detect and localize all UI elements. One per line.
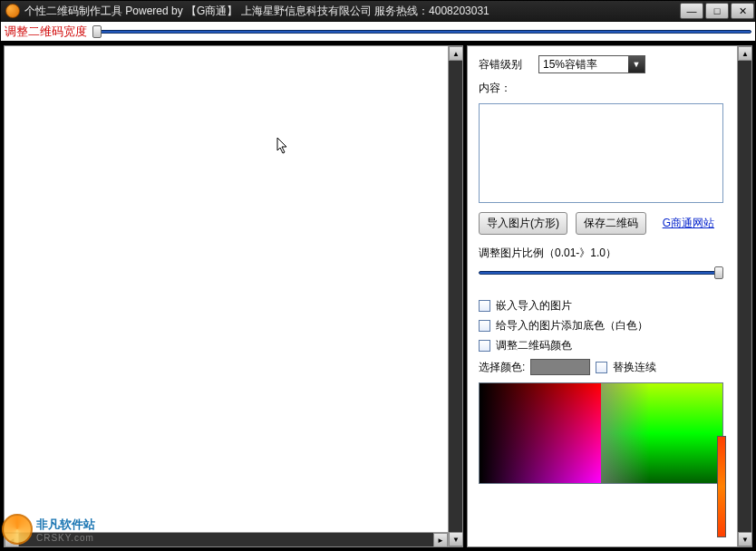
- save-qr-button[interactable]: 保存二维码: [576, 212, 646, 235]
- add-bg-checkbox[interactable]: [479, 320, 490, 332]
- replace-continuous-checkbox[interactable]: [596, 362, 607, 373]
- scroll-down-icon[interactable]: ▼: [449, 532, 463, 546]
- scroll-up-icon[interactable]: ▲: [738, 46, 752, 61]
- error-level-select[interactable]: 15%容错率 ▼: [538, 55, 645, 73]
- color-gradient-right[interactable]: [601, 383, 722, 483]
- app-icon: [5, 4, 20, 18]
- error-level-row: 容错级别 15%容错率 ▼: [479, 55, 728, 73]
- gshangtong-link[interactable]: G商通网站: [663, 217, 714, 229]
- add-bg-label: 给导入的图片添加底色（白色）: [496, 318, 648, 334]
- content-label-row: 内容：: [479, 81, 728, 96]
- watermark-text-cn: 非凡软件站: [36, 517, 95, 533]
- watermark-icon: [2, 514, 33, 545]
- import-image-button[interactable]: 导入图片(方形): [479, 212, 567, 235]
- embed-image-row: 嵌入导入的图片: [479, 298, 728, 314]
- add-bg-row: 给导入的图片添加底色（白色）: [479, 318, 728, 334]
- content-textarea[interactable]: [479, 103, 723, 203]
- minimize-button[interactable]: —: [680, 3, 703, 19]
- preview-panel: ▲ ▼ ◄ ►: [4, 45, 463, 547]
- color-picker[interactable]: [479, 382, 723, 484]
- action-row: 导入图片(方形) 保存二维码 G商通网站: [479, 212, 728, 235]
- scale-row: 调整图片比例（0.01-》1.0）: [479, 246, 728, 279]
- color-select-label: 选择颜色:: [479, 360, 525, 375]
- window-title: 个性二维码制作工具 Powered by 【G商通】 上海星野信息科技有限公司 …: [24, 4, 679, 19]
- window-controls: — □ ✕: [679, 3, 755, 19]
- watermark-text-en: CRSKY.com: [36, 533, 95, 543]
- dropdown-icon[interactable]: ▼: [628, 56, 645, 72]
- scroll-down-icon[interactable]: ▼: [738, 532, 752, 546]
- qr-width-slider[interactable]: [92, 25, 751, 38]
- adjust-color-row: 调整二维码颜色: [479, 338, 728, 353]
- settings-scrollbar[interactable]: ▲ ▼: [737, 46, 751, 546]
- settings-panel: 容错级别 15%容错率 ▼ 内容： 导入图片(方形) 保存二维码 G商通网站 调…: [467, 45, 752, 547]
- color-swatch[interactable]: [530, 359, 590, 375]
- replace-continuous-label: 替换连续: [613, 360, 656, 375]
- qr-width-label: 调整二维码宽度: [5, 24, 87, 40]
- watermark-crsky: 非凡软件站 CRSKY.com: [2, 509, 111, 549]
- slider-thumb[interactable]: [92, 25, 102, 38]
- scroll-right-icon[interactable]: ►: [433, 533, 448, 547]
- vertical-scrollbar[interactable]: ▲ ▼: [448, 46, 462, 546]
- main-area: ▲ ▼ ◄ ► 容错级别 15%容错率 ▼ 内容：: [0, 42, 756, 551]
- content-label: 内容：: [479, 81, 511, 96]
- scroll-up-icon[interactable]: ▲: [449, 46, 463, 61]
- hue-bar[interactable]: [717, 436, 726, 537]
- scale-slider-thumb[interactable]: [714, 266, 723, 279]
- error-level-label: 容错级别: [479, 57, 522, 72]
- color-gradient-left[interactable]: [480, 383, 601, 483]
- titlebar: 个性二维码制作工具 Powered by 【G商通】 上海星野信息科技有限公司 …: [0, 0, 756, 22]
- color-select-row: 选择颜色: 替换连续: [479, 359, 728, 375]
- embed-image-checkbox[interactable]: [479, 300, 490, 312]
- close-button[interactable]: ✕: [731, 3, 754, 19]
- scale-label: 调整图片比例（0.01-》1.0）: [479, 246, 728, 261]
- adjust-color-label: 调整二维码颜色: [496, 338, 572, 353]
- qr-width-row: 调整二维码宽度: [0, 22, 756, 42]
- maximize-button[interactable]: □: [705, 3, 729, 19]
- adjust-color-checkbox[interactable]: [479, 340, 490, 352]
- error-level-value: 15%容错率: [539, 57, 628, 72]
- scale-slider[interactable]: [479, 266, 723, 279]
- qr-preview-canvas: [5, 46, 448, 546]
- embed-image-label: 嵌入导入的图片: [496, 298, 572, 314]
